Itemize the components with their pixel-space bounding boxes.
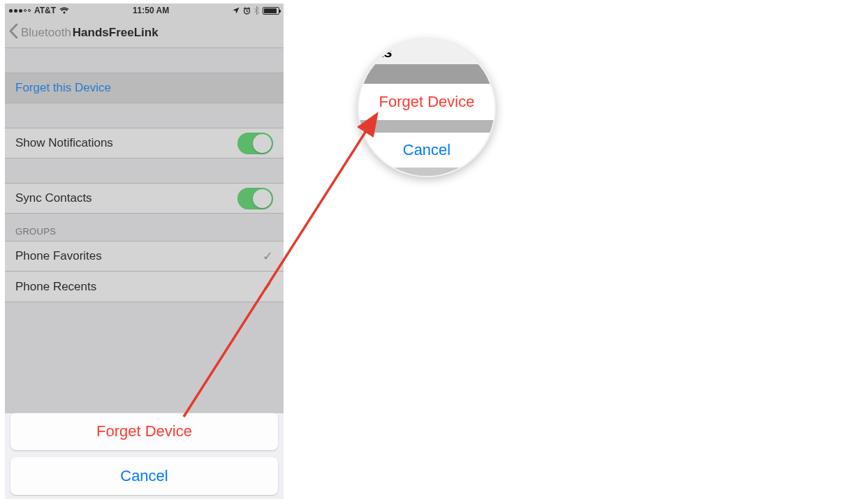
- spacer: [5, 48, 284, 73]
- checkmark-icon: ✓: [263, 279, 273, 295]
- spacer: [5, 103, 284, 128]
- cell-label: Forget this Device: [15, 81, 111, 95]
- magnifier-cancel-button: Cancel: [359, 133, 494, 168]
- wifi-icon: [59, 7, 69, 14]
- sync-contacts-row: Sync Contacts: [5, 183, 284, 214]
- cell-label: Sync Contacts: [15, 191, 92, 205]
- groups-header: GROUPS: [5, 214, 284, 241]
- battery-icon: [263, 7, 279, 15]
- status-bar: AT&T 11:50 AM: [5, 3, 284, 17]
- cell-label: Show Notifications: [15, 136, 113, 150]
- magnifier-bg: [359, 168, 494, 177]
- nav-bar: Bluetooth HandsFreeLink: [5, 17, 284, 48]
- magnifier-callout: ts Forget Device Cancel: [358, 39, 496, 177]
- phone-favorites-row[interactable]: Phone Favorites ✓: [5, 241, 284, 272]
- show-notifications-toggle[interactable]: [237, 133, 273, 154]
- status-left: AT&T: [9, 6, 69, 15]
- button-label: Cancel: [120, 467, 168, 485]
- signal-dots-icon: [9, 9, 31, 13]
- forget-device-button[interactable]: Forget Device: [10, 413, 278, 450]
- bluetooth-icon: [254, 6, 259, 15]
- back-button[interactable]: Bluetooth: [9, 24, 71, 42]
- alarm-icon: [243, 7, 251, 15]
- status-time: 11:50 AM: [133, 6, 169, 15]
- button-label: Forget Device: [379, 93, 475, 111]
- magnifier-bg: [359, 64, 494, 84]
- cancel-button[interactable]: Cancel: [10, 457, 278, 495]
- sync-contacts-toggle[interactable]: [237, 188, 273, 209]
- forget-this-device-row[interactable]: Forget this Device: [5, 73, 284, 103]
- show-notifications-row: Show Notifications: [5, 128, 284, 158]
- phone-screenshot: AT&T 11:50 AM Bluetooth HandsFre: [5, 3, 284, 499]
- cell-label: Phone Favorites: [15, 249, 102, 263]
- cell-label: Phone Recents: [15, 280, 96, 294]
- action-sheet: Forget Device Cancel: [10, 413, 278, 495]
- nav-title: HandsFreeLink: [73, 26, 159, 40]
- location-icon: [233, 7, 240, 14]
- button-label: Forget Device: [96, 422, 192, 440]
- chevron-left-icon: [9, 24, 18, 42]
- magnifier-forget-button: Forget Device: [359, 84, 494, 120]
- checkmark-icon: ✓: [263, 249, 273, 264]
- phone-recents-row[interactable]: Phone Recents ✓: [5, 272, 284, 302]
- spacer: [5, 158, 284, 183]
- magnifier-bg: [359, 120, 494, 133]
- carrier-label: AT&T: [34, 6, 56, 15]
- button-label: Cancel: [403, 141, 450, 159]
- status-right: [233, 6, 279, 15]
- back-label: Bluetooth: [21, 26, 71, 40]
- magnifier-partial-text: ts: [359, 40, 494, 64]
